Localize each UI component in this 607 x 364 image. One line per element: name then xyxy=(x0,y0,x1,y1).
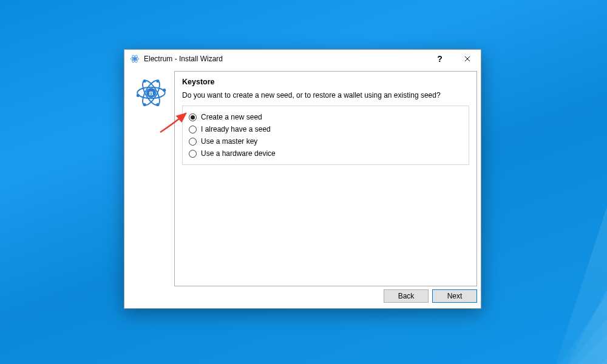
wizard-sidebar: B xyxy=(128,71,174,286)
radio-label: I already have a seed xyxy=(201,125,271,133)
help-button[interactable]: ? xyxy=(426,50,453,68)
electrum-icon xyxy=(129,53,140,64)
light-ray xyxy=(527,0,607,364)
desktop-background: Electrum - Install Wizard ? xyxy=(0,0,607,364)
install-wizard-window: Electrum - Install Wizard ? xyxy=(124,49,481,309)
keystore-options-group: Create a new seed I already have a seed … xyxy=(182,106,469,165)
section-prompt: Do you want to create a new seed, or to … xyxy=(182,91,469,99)
window-title: Electrum - Install Wizard xyxy=(144,55,223,63)
back-button[interactable]: Back xyxy=(384,289,429,303)
radio-use-hardware-device[interactable]: Use a hardware device xyxy=(189,147,463,160)
radio-label: Use a master key xyxy=(201,137,257,146)
wizard-footer: Back Next xyxy=(124,286,481,308)
electrum-logo-icon: B xyxy=(135,77,167,286)
radio-create-new-seed[interactable]: Create a new seed xyxy=(189,111,463,123)
svg-point-9 xyxy=(144,80,146,82)
radio-use-master-key[interactable]: Use a master key xyxy=(189,135,463,147)
svg-point-7 xyxy=(137,95,139,96)
radio-label: Create a new seed xyxy=(201,113,262,121)
radio-already-have-seed[interactable]: I already have a seed xyxy=(189,123,463,135)
radio-icon xyxy=(189,138,197,146)
next-button[interactable]: Next xyxy=(432,289,477,303)
radio-label: Use a hardware device xyxy=(201,149,276,158)
section-heading: Keystore xyxy=(182,78,469,86)
radio-icon xyxy=(189,150,197,158)
close-button[interactable] xyxy=(453,50,481,68)
svg-point-8 xyxy=(163,89,165,91)
svg-point-10 xyxy=(157,104,158,106)
wizard-content-panel: Keystore Do you want to create a new see… xyxy=(174,71,477,286)
svg-point-12 xyxy=(144,104,146,106)
svg-point-3 xyxy=(134,58,136,60)
radio-icon xyxy=(189,126,197,133)
svg-text:B: B xyxy=(149,90,153,96)
titlebar[interactable]: Electrum - Install Wizard ? xyxy=(124,50,481,68)
radio-icon xyxy=(189,113,197,121)
svg-point-11 xyxy=(157,80,158,82)
